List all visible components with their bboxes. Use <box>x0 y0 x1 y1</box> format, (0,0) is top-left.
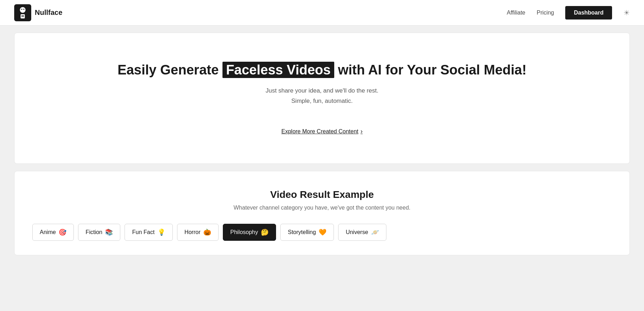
video-section: Video Result Example Whatever channel ca… <box>14 171 630 255</box>
category-tab-label: Storytelling <box>288 229 316 235</box>
logo-icon <box>14 4 31 21</box>
category-tab-label: Horror <box>185 229 200 235</box>
category-tab-label: Universe <box>346 229 368 235</box>
explore-link[interactable]: Explore More Created Content › <box>281 128 363 135</box>
category-tab-emoji: 🎃 <box>203 228 211 236</box>
category-tab-anime[interactable]: Anime🎯 <box>32 224 74 241</box>
category-tab-storytelling[interactable]: Storytelling🧡 <box>280 224 334 241</box>
pricing-link[interactable]: Pricing <box>537 10 554 16</box>
category-tab-emoji: 🤔 <box>261 228 269 236</box>
hero-section: Easily Generate Faceless Videos with AI … <box>14 33 630 164</box>
hero-subtitle-line2: Simple, fun, automatic. <box>291 98 353 104</box>
hero-title-after: with AI for Your Social Media! <box>334 62 527 77</box>
navbar: Nullface Affiliate Pricing Dashboard ☀ <box>0 0 644 26</box>
video-section-subtitle: Whatever channel category you have, we'v… <box>29 205 615 211</box>
category-tab-fun-fact[interactable]: Fun Fact💡 <box>125 224 172 241</box>
category-tab-emoji: 🪐 <box>371 228 379 236</box>
hero-subtitle-line1: Just share your idea, and we'll do the r… <box>266 87 379 94</box>
category-tab-label: Fiction <box>86 229 102 235</box>
chevron-right-icon: › <box>360 128 363 135</box>
svg-point-1 <box>20 7 26 13</box>
video-section-title: Video Result Example <box>29 189 615 200</box>
explore-link-text: Explore More Created Content <box>281 128 358 135</box>
category-tab-emoji: 📚 <box>105 228 113 236</box>
category-tab-horror[interactable]: Horror🎃 <box>177 224 219 241</box>
nav-right: Affiliate Pricing Dashboard ☀ <box>507 6 630 20</box>
hero-title-highlight: Faceless Videos <box>222 62 334 78</box>
svg-rect-6 <box>21 16 24 17</box>
nav-logo[interactable]: Nullface <box>14 4 62 21</box>
dashboard-button[interactable]: Dashboard <box>565 6 612 20</box>
theme-toggle-icon[interactable]: ☀ <box>623 9 630 17</box>
category-tab-emoji: 🎯 <box>59 228 66 236</box>
category-tab-emoji: 🧡 <box>319 228 326 236</box>
affiliate-link[interactable]: Affiliate <box>507 10 525 16</box>
category-tab-label: Philosophy <box>230 229 258 235</box>
category-tab-emoji: 💡 <box>158 228 165 236</box>
hero-title-before: Easily Generate <box>117 62 222 77</box>
svg-rect-4 <box>23 9 24 10</box>
category-tab-fiction[interactable]: Fiction📚 <box>78 224 120 241</box>
svg-rect-5 <box>21 15 24 16</box>
category-tab-philosophy[interactable]: Philosophy🤔 <box>223 224 276 241</box>
category-tab-label: Fun Fact <box>132 229 154 235</box>
category-tabs: Anime🎯Fiction📚Fun Fact💡Horror🎃Philosophy… <box>29 224 615 241</box>
logo-text: Nullface <box>35 9 62 17</box>
hero-title: Easily Generate Faceless Videos with AI … <box>117 61 527 79</box>
category-tab-label: Anime <box>40 229 56 235</box>
hero-subtitle: Just share your idea, and we'll do the r… <box>266 86 379 106</box>
svg-rect-3 <box>21 9 22 10</box>
category-tab-universe[interactable]: Universe🪐 <box>338 224 386 241</box>
